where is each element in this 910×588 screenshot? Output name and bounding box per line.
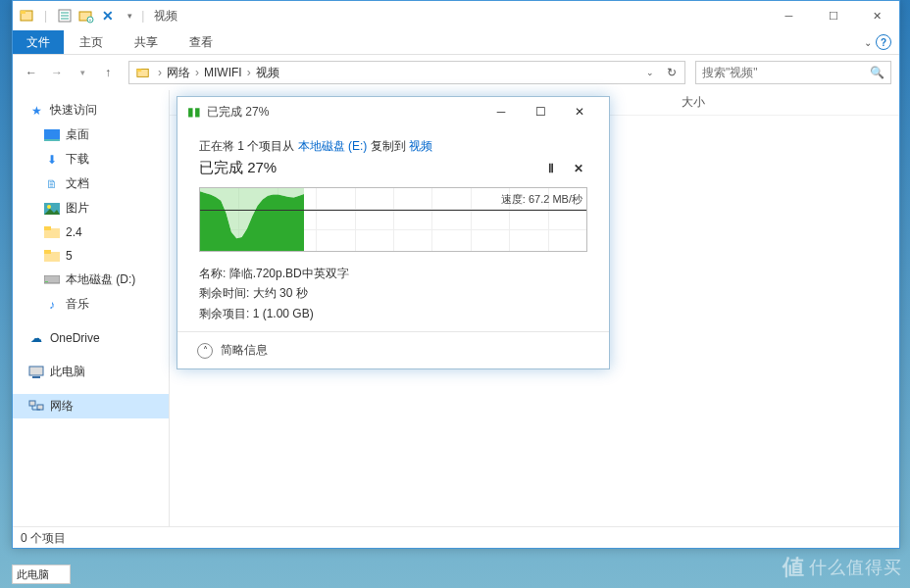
ribbon: 文件 主页 共享 查看 ⌄ ? (13, 30, 899, 55)
copy-dest-link[interactable]: 视频 (409, 139, 432, 153)
dialog-title: 已完成 27% (207, 104, 269, 121)
ribbon-right: ⌄ ? (864, 30, 899, 54)
search-input[interactable] (702, 66, 870, 79)
sidebar-label: 图片 (66, 200, 89, 217)
dialog-maximize-button[interactable]: ☐ (521, 98, 560, 125)
svg-rect-11 (44, 129, 60, 139)
crumb-miwifi[interactable]: MIWIFI (202, 64, 244, 81)
forward-button[interactable]: → (46, 62, 68, 83)
sidebar-item-folder-24[interactable]: 2.4 (13, 220, 169, 244)
desktop-icon (44, 127, 60, 143)
up-button[interactable]: ↑ (97, 62, 119, 83)
copy-heading: 已完成 27% (199, 159, 277, 177)
sidebar-network[interactable]: 网络 (13, 394, 169, 418)
ribbon-expand-icon[interactable]: ⌄ (864, 37, 872, 48)
crumb-sep: › (155, 66, 165, 79)
speed-chart: 速度: 67.2 MB/秒 (199, 187, 587, 252)
sidebar-label: 5 (66, 249, 73, 263)
music-icon: ♪ (44, 297, 60, 313)
onedrive-icon: ☁ (28, 330, 44, 346)
sidebar-thispc[interactable]: 此电脑 (13, 360, 169, 384)
qat-properties-icon[interactable] (57, 8, 73, 24)
documents-icon: 🗎 (44, 176, 60, 192)
drive-icon (44, 272, 60, 288)
sidebar-label: 音乐 (66, 296, 89, 313)
qat-newfolder-icon[interactable]: + (78, 8, 94, 24)
network-icon (28, 399, 44, 415)
star-icon: ★ (28, 103, 44, 119)
col-size[interactable]: 大小 (670, 90, 717, 115)
sidebar-item-desktop[interactable]: 桌面 (13, 122, 169, 147)
svg-rect-1 (21, 11, 25, 14)
dialog-close-button[interactable]: ✕ (560, 98, 599, 125)
sidebar-item-folder-5[interactable]: 5 (13, 244, 169, 268)
search-icon[interactable]: 🔍 (870, 66, 885, 79)
quick-access-toolbar: | + ✕ ▾ (13, 8, 137, 24)
downloads-icon: ⬇ (44, 152, 60, 168)
sidebar-item-localdisk-d[interactable]: 本地磁盘 (D:) (13, 268, 169, 292)
chevron-up-icon: ˄ (197, 343, 213, 359)
sidebar-item-downloads[interactable]: ⬇下载 (13, 147, 169, 172)
refresh-button[interactable]: ↻ (661, 62, 682, 83)
ribbon-tab-view[interactable]: 查看 (174, 30, 228, 54)
maximize-button[interactable]: ☐ (811, 2, 855, 30)
svg-rect-17 (44, 226, 51, 230)
sidebar-label: 此电脑 (50, 364, 85, 380)
qat-dropdown-icon[interactable]: ▾ (122, 8, 137, 24)
titlebar-sep: | (141, 9, 144, 23)
cancel-button[interactable]: ✕ (574, 162, 583, 175)
crumb-video[interactable]: 视频 (254, 63, 281, 83)
sidebar-item-music[interactable]: ♪音乐 (13, 292, 169, 317)
ribbon-file-tab[interactable]: 文件 (13, 30, 64, 54)
sidebar-label: 快速访问 (50, 102, 97, 119)
crumb-sep: › (192, 66, 202, 79)
window-controls: ─ ☐ ✕ (767, 2, 899, 30)
statusbar: 0 个项目 (13, 526, 899, 548)
copy-line-mid: 复制到 (367, 139, 409, 153)
crumb-sep: › (244, 66, 254, 79)
qat-close-icon[interactable]: ✕ (100, 8, 116, 24)
thispc-icon (28, 365, 44, 380)
address-bar[interactable]: › 网络 › MIWIFI › 视频 ⌄ ↻ (128, 61, 685, 84)
ribbon-tab-share[interactable]: 共享 (119, 30, 174, 54)
svg-text:+: + (89, 17, 92, 23)
svg-point-14 (47, 205, 51, 209)
footer-label: 简略信息 (221, 342, 268, 359)
crumb-network[interactable]: 网络 (165, 63, 192, 83)
svg-rect-21 (45, 281, 48, 282)
nav-pane: ★快速访问 桌面 ⬇下载 🗎文档 图片 2.4 5 本地磁盘 (D:) ♪音乐 … (13, 90, 170, 526)
minimize-button[interactable]: ─ (767, 2, 811, 30)
svg-rect-25 (37, 405, 43, 410)
pictures-icon (44, 201, 60, 217)
sidebar-quick-access[interactable]: ★快速访问 (13, 98, 169, 122)
copy-source-link[interactable]: 本地磁盘 (E:) (298, 139, 368, 153)
nav-row: ← → ▾ ↑ › 网络 › MIWIFI › 视频 ⌄ ↻ 🔍 (13, 55, 899, 90)
help-icon[interactable]: ? (876, 34, 891, 50)
detail-time: 剩余时间: 大约 30 秒 (199, 283, 587, 303)
sidebar-onedrive[interactable]: ☁OneDrive (13, 326, 169, 350)
recent-dropdown[interactable]: ▾ (72, 62, 93, 83)
sidebar-item-pictures[interactable]: 图片 (13, 196, 169, 220)
ribbon-tab-home[interactable]: 主页 (64, 30, 119, 54)
svg-rect-23 (32, 376, 40, 378)
taskbar-item-thispc[interactable]: 此电脑 (12, 564, 71, 584)
graph-fill (200, 188, 304, 251)
speed-line (200, 210, 586, 211)
copy-line-prefix: 正在将 1 个项目从 (199, 139, 298, 153)
search-box[interactable]: 🔍 (695, 61, 891, 84)
sidebar-item-documents[interactable]: 🗎文档 (13, 172, 169, 196)
dialog-titlebar: ▮▮ 已完成 27% ─ ☐ ✕ (177, 97, 609, 126)
status-text: 0 个项目 (21, 531, 66, 545)
dialog-minimize-button[interactable]: ─ (481, 98, 521, 125)
sidebar-label: 文档 (66, 175, 89, 192)
folder-icon (44, 248, 60, 264)
app-icon (19, 8, 34, 24)
address-dropdown[interactable]: ⌄ (639, 62, 661, 83)
back-button[interactable]: ← (21, 62, 42, 83)
close-button[interactable]: ✕ (855, 2, 899, 30)
folder-icon (44, 224, 60, 240)
dialog-footer[interactable]: ˄ 简略信息 (177, 331, 609, 368)
pause-button[interactable]: Ⅱ (548, 162, 554, 175)
copy-description: 正在将 1 个项目从 本地磁盘 (E:) 复制到 视频 (199, 138, 587, 155)
folder-icon (135, 66, 151, 79)
